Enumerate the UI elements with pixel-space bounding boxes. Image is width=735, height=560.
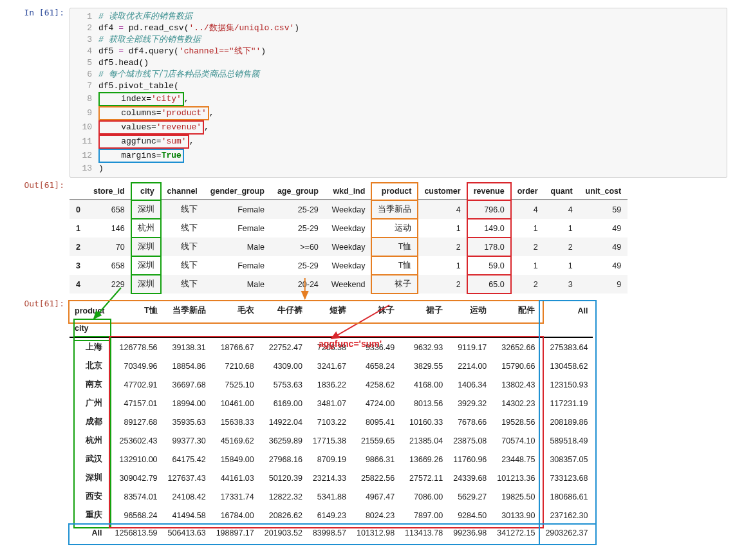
- pivot-row: 成都89127.6835935.6315638.3314922.047103.2…: [70, 413, 593, 431]
- column-header: order: [511, 183, 544, 200]
- column-header: quant: [544, 183, 579, 200]
- column-header: customer: [418, 183, 467, 200]
- pivot-row: 北京70349.9618854.867210.684309.003241.674…: [70, 357, 593, 375]
- columns-arg-box: columns='product': [98, 106, 209, 120]
- pivot-row: 深圳309042.79127637.4344161.0350120.392321…: [70, 469, 593, 487]
- pivot-row: 重庆96568.2441494.5816784.0020826.626149.2…: [70, 506, 593, 525]
- column-header: age_group: [271, 183, 325, 200]
- pivot-column: 毛衣: [211, 301, 259, 320]
- pivot-column: 运动: [448, 301, 492, 320]
- column-header: revenue: [467, 183, 511, 200]
- code-comment: # 读取优衣库的销售数据: [98, 11, 192, 23]
- input-cell: In [61]: 1# 读取优衣库的销售数据 2df4 = pd.read_cs…: [8, 8, 727, 178]
- table-row: 1146杭州线下Female25-29Weekday运动1149.01149: [70, 219, 628, 238]
- output-cell-2: Out[61]: product T恤当季新品毛衣牛仔裤短裤袜子裙子运动配件Al…: [8, 299, 727, 546]
- input-prompt: In [61]:: [8, 8, 70, 17]
- index-arg-box: index='city': [98, 92, 184, 106]
- code-comment: # 获取全部线下的销售数据: [98, 34, 201, 46]
- pivot-row-header: city: [70, 320, 110, 337]
- column-header: gender_group: [204, 183, 271, 200]
- pivot-row: 西安83574.0124108.4217331.7412822.325341.8…: [70, 487, 593, 506]
- column-header: channel: [161, 183, 204, 200]
- output-cell-1: Out[61]: store_idcitychannelgender_group…: [8, 180, 727, 296]
- code-comment: # 每个城市线下门店各种品类商品总销售额: [98, 69, 259, 80]
- output-prompt-2: Out[61]:: [8, 299, 70, 308]
- pivot-row: 南京47702.9136697.687525.105753.631836.224…: [70, 375, 593, 394]
- table-row: 0658深圳线下Female25-29Weekday当季新品4796.04459: [70, 200, 628, 219]
- margins-arg-box: margins=True: [98, 149, 184, 163]
- pivot-column: 牛仔裤: [259, 301, 308, 320]
- column-header: product: [371, 183, 418, 200]
- column-header: wkd_ind: [325, 183, 372, 200]
- aggfunc-arg-box: aggfunc='sum': [98, 135, 189, 149]
- table-row: 270深圳线下Male>=60WeekdayT恤2178.02249: [70, 238, 628, 256]
- pivot-col-header: product: [70, 301, 110, 320]
- pivot-table: product T恤当季新品毛衣牛仔裤短裤袜子裙子运动配件All city 上海…: [70, 301, 593, 541]
- pivot-table-wrap: product T恤当季新品毛衣牛仔裤短裤袜子裙子运动配件All city 上海…: [70, 301, 593, 541]
- output-prompt-1: Out[61]:: [8, 180, 70, 190]
- column-header: store_id: [87, 183, 131, 200]
- pivot-column: 短裤: [308, 301, 351, 320]
- pivot-column: 裙子: [400, 301, 448, 320]
- pivot-column: All: [540, 301, 593, 320]
- pivot-row: 武汉132910.0064175.4215849.0027968.168709.…: [70, 450, 593, 469]
- pivot-column: 袜子: [351, 301, 400, 320]
- column-header: city: [131, 183, 161, 200]
- aggfunc-annotation: aggfunc='sum': [319, 339, 382, 349]
- pivot-row: 广州47157.0118994.0010461.006169.003481.07…: [70, 394, 593, 413]
- pivot-column: 配件: [492, 301, 540, 320]
- code-editor[interactable]: 1# 读取优衣库的销售数据 2df4 = pd.read_csv('../数据集…: [70, 8, 727, 178]
- pivot-column: T恤: [110, 301, 163, 320]
- dataframe-head: store_idcitychannelgender_groupage_group…: [70, 183, 628, 294]
- values-arg-box: values='revenue': [98, 120, 204, 135]
- pivot-row: 杭州253602.4399377.3045169.6236259.8917715…: [70, 431, 593, 450]
- table-row: 4229深圳线下Male20-24Weekend袜子265.0239: [70, 275, 628, 294]
- table-row: 3658深圳线下Female25-29WeekdayT恤159.01149: [70, 256, 628, 275]
- pivot-column: 当季新品: [163, 301, 211, 320]
- column-header: unit_cost: [579, 183, 628, 200]
